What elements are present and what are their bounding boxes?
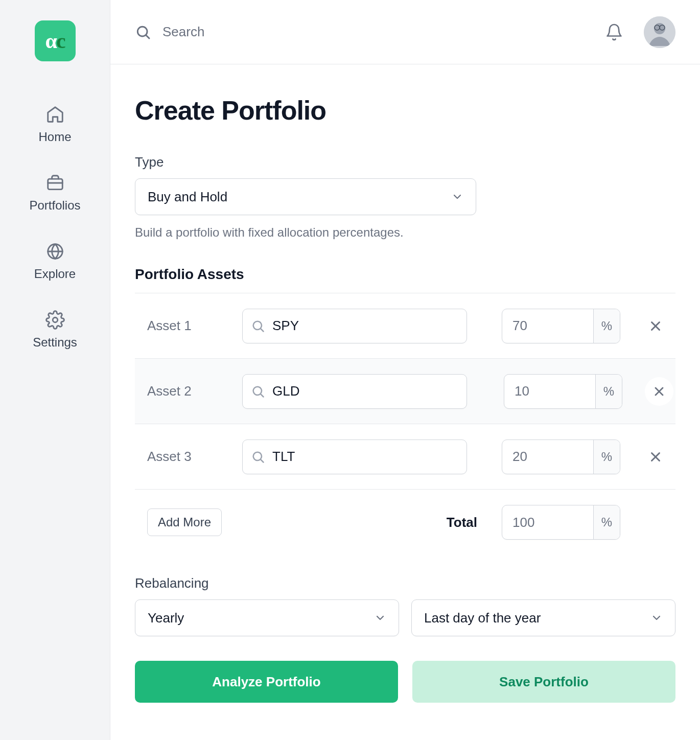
search-icon (251, 319, 265, 333)
analyze-portfolio-button[interactable]: Analyze Portfolio (135, 661, 398, 703)
asset-row-label: Asset 1 (137, 318, 242, 334)
search-icon (251, 384, 265, 399)
ticker-input[interactable] (242, 309, 467, 343)
search-icon (135, 24, 151, 40)
total-label: Total (447, 515, 477, 530)
asset-row: Asset 2 % (135, 359, 675, 424)
allocation-field[interactable] (504, 375, 595, 408)
type-helper: Build a portfolio with fixed allocation … (135, 225, 675, 240)
add-more-button[interactable]: Add More (147, 508, 222, 536)
type-select[interactable]: Buy and Hold (135, 178, 476, 215)
main: Create Portfolio Type Buy and Hold Build… (110, 0, 700, 740)
asset-row: Asset 3 % (135, 424, 675, 490)
chevron-down-icon (650, 612, 663, 624)
svg-line-19 (261, 459, 263, 462)
search-wrap (135, 24, 605, 40)
allocation-field[interactable] (502, 440, 593, 474)
page-title: Create Portfolio (135, 95, 675, 126)
total-input: % (502, 505, 620, 540)
sidebar-item-label: Home (38, 130, 71, 144)
brand-logo[interactable]: αc (35, 20, 76, 61)
allocation-input[interactable]: % (502, 440, 620, 474)
avatar[interactable] (644, 16, 675, 48)
pct-suffix: % (595, 375, 622, 408)
ticker-field[interactable] (272, 318, 458, 334)
search-icon (251, 450, 265, 464)
asset-row: Asset 1 % (135, 293, 675, 359)
svg-point-2 (53, 317, 58, 322)
rebalancing-timing-select[interactable]: Last day of the year (411, 599, 675, 636)
remove-asset-button[interactable] (638, 449, 673, 465)
content: Create Portfolio Type Buy and Hold Build… (110, 64, 700, 703)
allocation-input[interactable]: % (504, 374, 622, 409)
sidebar-item-settings[interactable]: Settings (0, 297, 110, 366)
remove-asset-button[interactable] (645, 377, 673, 406)
rebalancing-frequency-select[interactable]: Yearly (135, 599, 399, 636)
sidebar-item-label: Portfolios (29, 198, 80, 213)
sidebar-item-label: Explore (34, 267, 76, 281)
rebalancing-label: Rebalancing (135, 575, 675, 591)
asset-row-label: Asset 3 (137, 449, 242, 465)
ticker-input[interactable] (242, 440, 467, 474)
ticker-field[interactable] (272, 383, 458, 399)
bell-icon[interactable] (605, 23, 623, 41)
gear-icon (45, 310, 65, 330)
save-portfolio-button[interactable]: Save Portfolio (412, 661, 675, 703)
asset-footer-row: Add More Total % (135, 490, 675, 555)
sidebar-item-label: Settings (33, 335, 77, 350)
svg-line-4 (146, 35, 149, 38)
allocation-field[interactable] (502, 309, 593, 343)
brand-logo-text: αc (45, 29, 64, 53)
briefcase-icon (45, 173, 65, 193)
type-select-value: Buy and Hold (148, 189, 227, 205)
chevron-down-icon (374, 612, 386, 624)
pct-suffix: % (593, 309, 620, 343)
svg-line-11 (261, 329, 263, 331)
globe-icon (45, 241, 65, 262)
assets-title: Portfolio Assets (135, 266, 675, 283)
svg-line-15 (261, 394, 263, 397)
asset-row-label: Asset 2 (137, 383, 242, 399)
remove-asset-button[interactable] (638, 318, 673, 334)
topbar (110, 0, 700, 64)
ticker-input[interactable] (242, 374, 467, 409)
rebalancing-frequency-value: Yearly (148, 610, 184, 626)
total-field (502, 505, 593, 539)
sidebar-item-portfolios[interactable]: Portfolios (0, 160, 110, 229)
sidebar-item-explore[interactable]: Explore (0, 229, 110, 297)
asset-table: Asset 1 % (135, 293, 675, 555)
type-label: Type (135, 154, 675, 170)
sidebar-nav: Home Portfolios Explore Settings (0, 92, 110, 366)
svg-rect-0 (48, 179, 62, 190)
allocation-input[interactable]: % (502, 309, 620, 343)
chevron-down-icon (451, 191, 463, 203)
pct-suffix: % (593, 505, 620, 539)
rebalancing-timing-value: Last day of the year (424, 610, 541, 626)
search-input[interactable] (162, 24, 605, 40)
sidebar-item-home[interactable]: Home (0, 92, 110, 160)
ticker-field[interactable] (272, 449, 458, 465)
sidebar: αc Home Portfolios Explore (0, 0, 110, 740)
home-icon (45, 104, 65, 125)
pct-suffix: % (593, 440, 620, 474)
